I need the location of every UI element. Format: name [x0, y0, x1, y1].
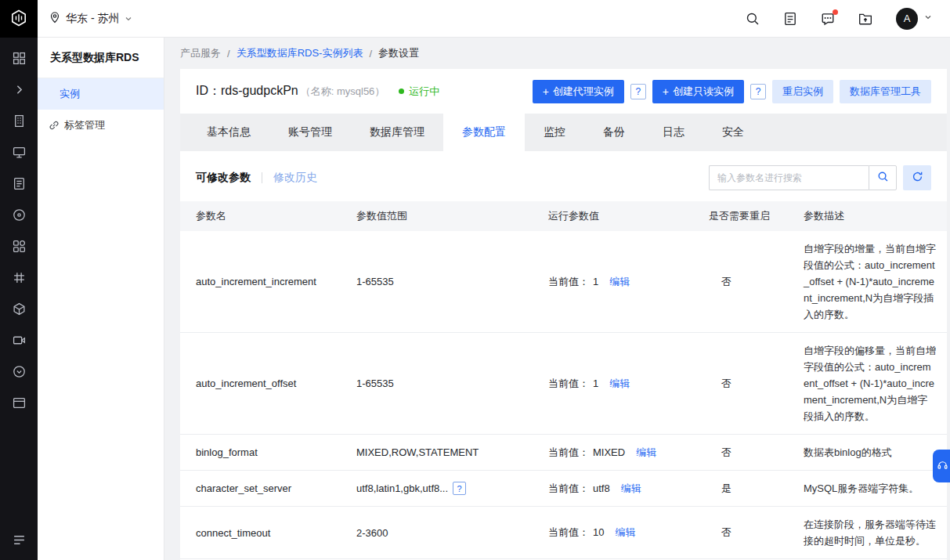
param-search-input[interactable] [709, 165, 869, 190]
avatar: A [896, 8, 918, 30]
param-description: MySQL服务器端字符集。 [804, 471, 947, 507]
account-menu[interactable]: A [896, 8, 933, 30]
search-icon [877, 171, 889, 185]
param-range-cell: MIXED,ROW,STATEMENT [356, 435, 548, 471]
camera-icon[interactable] [0, 324, 38, 356]
support-widget[interactable] [933, 450, 950, 482]
param-name: connect_timeout [180, 507, 356, 559]
dashboard-grid-icon[interactable] [0, 42, 38, 74]
breadcrumb-separator: / [369, 48, 372, 60]
notification-dot [833, 9, 838, 15]
tab-5[interactable]: 监控 [525, 114, 584, 151]
param-description: 在连接阶段，服务器端等待连接的超时时间，单位是秒。 [804, 507, 947, 559]
breadcrumb-root[interactable]: 产品服务 [180, 46, 221, 60]
messages-icon[interactable] [821, 12, 835, 26]
chevron-down-icon [124, 14, 133, 23]
param-running-cell: 当前值：MIXED编辑 [548, 435, 709, 471]
product-sidebar: 关系型数据库RDS 实例 标签管理 [38, 38, 164, 560]
apps-grid-icon[interactable] [0, 230, 38, 262]
param-running-cell: 当前值：1编辑 [548, 231, 709, 333]
sidebar-item-instances[interactable]: 实例 [38, 78, 164, 110]
tab-7[interactable]: 日志 [644, 114, 703, 151]
tab-8[interactable]: 安全 [703, 114, 763, 151]
current-value-label: 当前值： [548, 378, 589, 389]
tab-4[interactable]: 参数配置 [443, 114, 525, 151]
column-header: 参数值范围 [356, 201, 548, 231]
tab-2[interactable]: 账号管理 [269, 114, 351, 151]
sidebar-item-label: 实例 [60, 87, 80, 101]
current-value: 1 [593, 378, 598, 389]
server-doc-icon[interactable] [0, 168, 38, 199]
chevron-down-icon [923, 13, 933, 24]
tab-3[interactable]: 数据库管理 [351, 114, 443, 151]
edit-link[interactable]: 编辑 [621, 482, 641, 494]
building-icon[interactable] [0, 105, 38, 136]
param-running-cell: 当前值：10编辑 [548, 507, 709, 559]
db-tool-button[interactable]: 数据库管理工具 [840, 80, 931, 103]
create-proxy-button[interactable]: +创建代理实例 [533, 80, 624, 103]
tab-modifiable-params[interactable]: 可修改参数 [196, 171, 251, 185]
search-button[interactable] [869, 165, 897, 190]
region-selector[interactable]: 华东 - 苏州 [49, 11, 133, 26]
breadcrumb-separator: / [227, 48, 230, 60]
brand-logo[interactable] [0, 0, 38, 38]
edit-link[interactable]: 编辑 [609, 378, 630, 389]
param-name: character_set_server [180, 471, 356, 507]
sidebar-item-label: 标签管理 [64, 118, 105, 132]
column-header: 是否需要重启 [709, 201, 804, 231]
document-icon[interactable] [783, 12, 797, 26]
list-menu-icon[interactable] [0, 529, 38, 560]
param-running-cell: 当前值：utf8编辑 [548, 471, 709, 507]
current-value: MIXED [593, 446, 625, 458]
current-value: 1 [593, 276, 598, 287]
monitor-icon[interactable] [0, 136, 38, 168]
param-running-cell: 当前值：1编辑 [548, 333, 709, 435]
cube-icon[interactable] [0, 293, 38, 324]
edit-link[interactable]: 编辑 [636, 446, 656, 458]
param-restart: 是 [709, 471, 804, 507]
status-dot-icon [399, 89, 404, 94]
tab-modify-history[interactable]: 修改历史 [273, 171, 317, 185]
app-window: 华东 - 苏州 A 关系型数据库RDS 实例 [0, 0, 950, 560]
disc-icon[interactable] [0, 199, 38, 230]
params-table-head-row: 参数名参数值范围运行参数值是否需要重启参数描述 [180, 201, 947, 231]
help-icon[interactable]: ? [630, 84, 646, 99]
current-value-label: 当前值： [548, 526, 589, 538]
create-readonly-button[interactable]: +创建只读实例 [652, 80, 744, 103]
command-hash-icon[interactable] [0, 262, 38, 293]
table-row: auto_increment_increment 1-65535 当前值：1编辑… [180, 231, 947, 333]
refresh-button[interactable] [903, 165, 931, 190]
folder-export-icon[interactable] [858, 12, 872, 26]
current-value: utf8 [593, 482, 610, 494]
param-restart: 否 [709, 231, 804, 333]
param-range-cell: utf8,latin1,gbk,utf8...? [356, 471, 548, 507]
param-name: auto_increment_offset [180, 333, 356, 435]
column-header: 参数描述 [804, 201, 947, 231]
help-icon[interactable]: ? [453, 482, 466, 495]
rail-menu [0, 42, 38, 418]
param-range-cell: 1-65535 [356, 333, 548, 435]
param-restart: 否 [709, 435, 804, 471]
region-label: 华东 - 苏州 [66, 12, 119, 26]
product-title: 关系型数据库RDS [38, 38, 164, 78]
params-panel: 可修改参数 修改历史 参数名参数值范围运行参数值是否需要重启参数描述 [180, 151, 947, 560]
circle-down-icon[interactable] [0, 356, 38, 387]
search-icon[interactable] [746, 12, 760, 26]
restart-instance-button[interactable]: 重启实例 [772, 80, 833, 103]
current-value-label: 当前值： [548, 276, 589, 287]
tabbar: 基本信息账号管理数据库管理参数配置监控备份日志安全 [180, 114, 947, 151]
instance-id-value: rds-gudpckPn [221, 84, 298, 97]
sidebar-item-tags[interactable]: 标签管理 [38, 110, 164, 141]
help-icon[interactable]: ? [750, 84, 766, 99]
instance-name: （名称: mysql56） [301, 85, 385, 99]
edit-link[interactable]: 编辑 [615, 526, 635, 538]
instance-id-label: ID：rds-gudpckPn [196, 83, 298, 99]
tab-6[interactable]: 备份 [584, 114, 644, 151]
chevron-right-icon[interactable] [0, 74, 38, 105]
table-row: auto_increment_offset 1-65535 当前值：1编辑 否 … [180, 333, 947, 435]
window-icon[interactable] [0, 387, 38, 418]
breadcrumb-instance-list-link[interactable]: 关系型数据库RDS-实例列表 [237, 46, 363, 60]
column-header: 运行参数值 [548, 201, 709, 231]
tab-1[interactable]: 基本信息 [188, 114, 269, 151]
edit-link[interactable]: 编辑 [609, 276, 630, 287]
